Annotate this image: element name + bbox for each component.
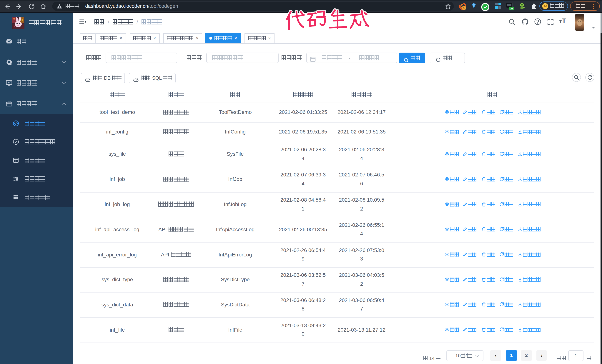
svg-text:on: on [510, 7, 513, 10]
svg-text:1: 1 [463, 7, 465, 10]
